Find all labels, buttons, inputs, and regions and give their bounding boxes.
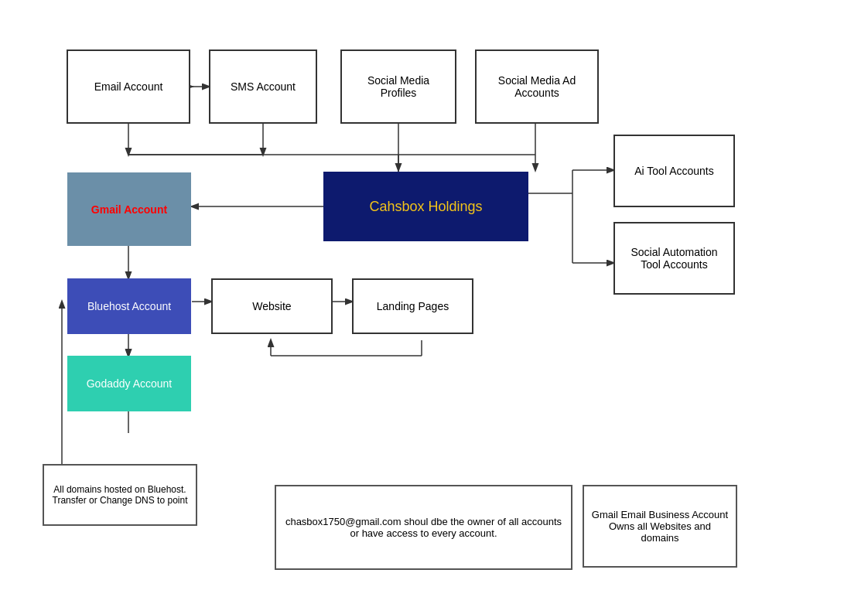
diagram: Email Account SMS Account Social Media P… bbox=[0, 0, 868, 614]
gmail-label: Gmail Account bbox=[91, 203, 167, 216]
ai-tools-label: Ai Tool Accounts bbox=[634, 165, 713, 177]
website-box: Website bbox=[211, 278, 333, 334]
gmail-account-box: Gmail Account bbox=[67, 172, 191, 246]
domains-note: All domains hosted on Bluehost. Transfer… bbox=[43, 464, 197, 526]
social-auto-label: Social Automation Tool Accounts bbox=[621, 246, 727, 271]
email-account-box: Email Account bbox=[67, 49, 190, 124]
website-label: Website bbox=[252, 300, 291, 312]
social-ad-label: Social Media Ad Accounts bbox=[483, 74, 591, 99]
email-note-label: chasbox1750@gmail.com shoul dbe the owne… bbox=[282, 516, 565, 539]
godaddy-box: Godaddy Account bbox=[67, 356, 191, 411]
bluehost-box: Bluehost Account bbox=[67, 278, 191, 334]
email-note: chasbox1750@gmail.com shoul dbe the owne… bbox=[275, 485, 572, 570]
godaddy-label: Godaddy Account bbox=[87, 377, 173, 390]
gmail-note-label: Gmail Email Business Account Owns all We… bbox=[590, 509, 730, 544]
sms-account-label: SMS Account bbox=[231, 80, 296, 93]
landing-pages-box: Landing Pages bbox=[352, 278, 473, 334]
cahsbox-box: Cahsbox Holdings bbox=[323, 172, 528, 241]
bluehost-label: Bluehost Account bbox=[87, 300, 171, 312]
ai-tools-box: Ai Tool Accounts bbox=[613, 135, 735, 207]
landing-label: Landing Pages bbox=[377, 300, 449, 312]
social-auto-box: Social Automation Tool Accounts bbox=[613, 222, 735, 295]
social-profiles-box: Social Media Profiles bbox=[340, 49, 456, 124]
sms-account-box: SMS Account bbox=[209, 49, 317, 124]
gmail-note: Gmail Email Business Account Owns all We… bbox=[583, 485, 737, 568]
cahsbox-label: Cahsbox Holdings bbox=[369, 199, 482, 215]
social-ad-box: Social Media Ad Accounts bbox=[475, 49, 599, 124]
social-profiles-label: Social Media Profiles bbox=[348, 74, 449, 99]
email-account-label: Email Account bbox=[94, 80, 163, 93]
domains-note-label: All domains hosted on Bluehost. Transfer… bbox=[50, 484, 190, 506]
